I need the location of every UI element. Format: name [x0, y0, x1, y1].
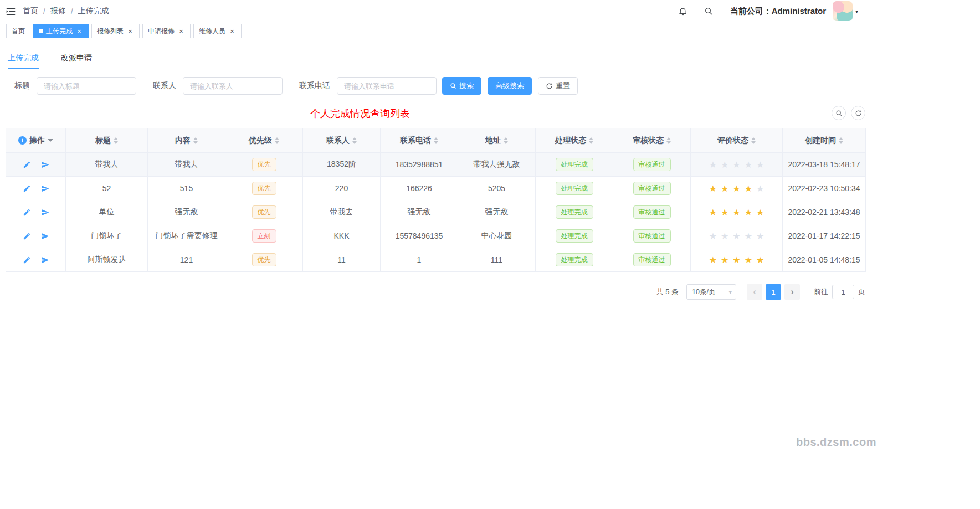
cell-content: 121	[148, 248, 225, 272]
table-row: 门锁坏了门锁坏了需要修理立刻KKK15578496135中心花园处理完成审核通过…	[6, 224, 866, 248]
column-header[interactable]: 处理状态	[536, 128, 613, 153]
topbar-right: 当前公司：Administrator ▾	[670, 1, 867, 21]
star-icon: ★	[756, 160, 764, 170]
sort-icon[interactable]	[666, 135, 671, 146]
tags-view-item[interactable]: 维修人员×	[193, 24, 242, 38]
list-title: 个人完成情况查询列表	[6, 107, 715, 120]
star-icon: ★	[721, 255, 728, 265]
edit-icon[interactable]	[23, 232, 31, 240]
process-status-tag: 处理完成	[556, 253, 593, 266]
column-header[interactable]: 创建时间	[783, 128, 866, 153]
current-company-label: 当前公司：Administrator	[730, 6, 826, 17]
breadcrumb-home[interactable]: 首页	[23, 6, 38, 16]
table-search-toggle-button[interactable]	[832, 106, 846, 120]
prev-page-button[interactable]: ‹	[747, 284, 762, 300]
column-header[interactable]: 标题	[66, 128, 148, 153]
sort-icon[interactable]	[751, 135, 756, 146]
sort-icon[interactable]	[114, 135, 118, 146]
close-icon[interactable]: ×	[75, 28, 83, 35]
cell-actions	[6, 224, 66, 248]
title-label: 标题	[14, 81, 30, 91]
column-header[interactable]: i操作	[6, 128, 66, 153]
send-icon[interactable]	[41, 161, 49, 169]
tags-view-item-label: 首页	[12, 27, 25, 36]
cell-rating: ★★★★★	[691, 224, 783, 248]
cell: 审核通过	[613, 153, 691, 177]
sort-icon[interactable]	[193, 135, 198, 146]
priority-tag: 优先	[252, 205, 276, 219]
active-tag-dot	[39, 29, 43, 33]
sort-icon[interactable]	[275, 135, 279, 146]
cell: 优先	[225, 200, 303, 224]
edit-icon[interactable]	[23, 184, 31, 193]
close-icon[interactable]: ×	[228, 28, 236, 35]
column-header[interactable]: 内容	[148, 128, 225, 153]
star-icon: ★	[709, 183, 717, 194]
header-search-icon[interactable]	[696, 7, 721, 16]
tab-reassign-request[interactable]: 改派申请	[61, 46, 92, 69]
user-avatar[interactable]	[833, 1, 853, 21]
table-row: 带我去带我去优先18352阶18352988851带我去强无敌处理完成审核通过★…	[6, 153, 866, 177]
edit-icon[interactable]	[23, 256, 31, 264]
tags-view-item-label: 申请报修	[148, 27, 175, 36]
refresh-icon	[546, 83, 553, 90]
contact-input[interactable]	[183, 77, 283, 95]
reset-button-label: 重置	[556, 81, 570, 91]
cell: 优先	[225, 248, 303, 272]
close-icon[interactable]: ×	[126, 28, 134, 35]
search-icon	[450, 83, 456, 89]
tags-view-item[interactable]: 首页	[6, 24, 30, 38]
phone-label: 联系电话	[299, 81, 330, 91]
send-icon[interactable]	[41, 232, 49, 240]
send-icon[interactable]	[41, 184, 49, 193]
close-icon[interactable]: ×	[177, 28, 185, 35]
advanced-search-button[interactable]: 高级搜索	[488, 77, 532, 95]
column-label: 处理状态	[555, 136, 586, 146]
column-label: 联系人	[326, 136, 350, 146]
sidebar-toggle-icon[interactable]	[0, 7, 23, 16]
tabs: 上传完成 改派申请	[6, 46, 867, 69]
breadcrumb-repair[interactable]: 报修	[50, 6, 66, 16]
sort-icon[interactable]	[839, 135, 843, 146]
next-page-button[interactable]: ›	[784, 284, 800, 300]
page-size-select[interactable]: 10条/页 ▾	[686, 284, 736, 300]
notification-bell-icon[interactable]	[670, 6, 696, 16]
cell: 优先	[225, 177, 303, 200]
cell-rating: ★★★★★	[691, 177, 783, 200]
search-button[interactable]: 搜索	[442, 77, 481, 95]
goto-page-input[interactable]	[832, 285, 854, 299]
sort-icon[interactable]	[434, 135, 438, 146]
tags-view-item[interactable]: 申请报修×	[142, 24, 191, 38]
sort-icon[interactable]	[504, 135, 508, 146]
table-refresh-button[interactable]	[851, 106, 865, 120]
column-header[interactable]: 审核状态	[613, 128, 691, 153]
page-number-button[interactable]: 1	[766, 284, 781, 300]
column-header[interactable]: 地址	[458, 128, 536, 153]
star-icon: ★	[721, 160, 728, 170]
sort-icon[interactable]	[352, 135, 357, 146]
title-input[interactable]	[37, 77, 136, 95]
column-header[interactable]: 优先级	[225, 128, 303, 153]
edit-icon[interactable]	[23, 208, 31, 217]
send-icon[interactable]	[41, 208, 49, 217]
cell-contact: 18352阶	[303, 153, 381, 177]
reset-button[interactable]: 重置	[538, 77, 578, 95]
tags-view-item[interactable]: 报修列表×	[91, 24, 140, 38]
edit-icon[interactable]	[23, 161, 31, 169]
tab-upload-complete[interactable]: 上传完成	[8, 46, 39, 69]
phone-input[interactable]	[337, 77, 437, 95]
sort-icon[interactable]	[589, 135, 593, 146]
phone-field: 联系电话	[299, 77, 437, 95]
column-header[interactable]: 评价状态	[691, 128, 783, 153]
chevron-down-icon[interactable]	[48, 139, 53, 145]
avatar-caret-icon[interactable]: ▾	[855, 8, 858, 14]
goto-label: 前往	[814, 287, 828, 297]
main-content: 上传完成 改派申请 标题 联系人 联系电话 搜索	[0, 46, 867, 300]
star-icon: ★	[709, 207, 717, 218]
column-header[interactable]: 联系电话	[381, 128, 458, 153]
tags-view: 首页上传完成×报修列表×申请报修×维修人员×	[0, 22, 867, 40]
star-icon: ★	[745, 160, 752, 170]
send-icon[interactable]	[41, 256, 49, 264]
column-header[interactable]: 联系人	[303, 128, 381, 153]
tags-view-item[interactable]: 上传完成×	[33, 24, 89, 38]
